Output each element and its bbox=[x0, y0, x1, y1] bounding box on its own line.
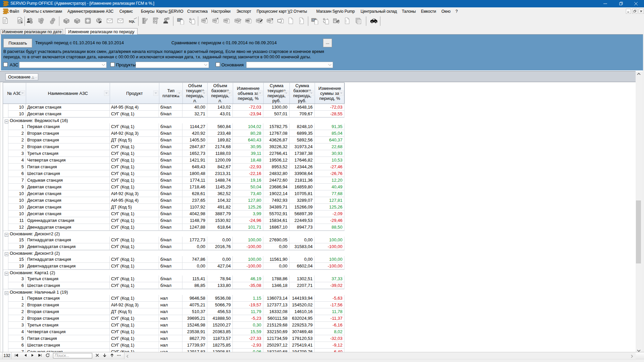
svg-text:?: ? bbox=[271, 18, 273, 21]
svg-text:SQL: SQL bbox=[129, 20, 135, 23]
